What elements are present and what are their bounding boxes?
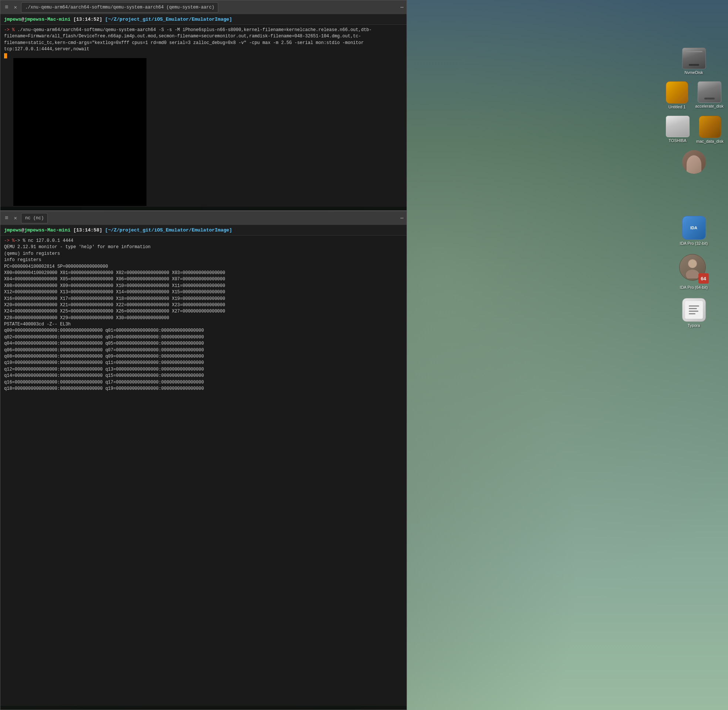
bottom-terminal-tab[interactable]: nc (nc)	[21, 213, 48, 223]
portrait-silhouette	[687, 155, 702, 174]
hamburger-menu-icon[interactable]: ≡	[3, 3, 10, 12]
qemu-x16-x19-line: X16=0000000000000000 X17=000000000000000…	[4, 296, 403, 302]
tab-close-button[interactable]: ✕	[12, 3, 19, 11]
bottom-prompt-arrow: ->	[4, 238, 12, 244]
bottom-terminal-time: [13:14:58]	[73, 227, 102, 233]
qemu-pstate-line: PSTATE=400003cd -Z-- EL3h	[4, 321, 403, 328]
bottom-prompt-percent: %	[12, 238, 15, 244]
qemu-q16-q17-line: q16=0000000000000000:0000000000000000 q1…	[4, 379, 403, 386]
ida32-label: IDA Pro (32-bit)	[680, 241, 708, 245]
desktop-icons-panel-bottom: IDA IDA Pro (32-bit) 64 IDA Pro (64-bit)	[660, 211, 728, 710]
qemu-x04-x07-line: X04=0000000000000000 X05=000000000000000…	[4, 276, 403, 283]
terminal-username: jmpews	[4, 17, 22, 22]
svg-rect-5	[689, 311, 699, 312]
untitled-disk-icon	[666, 81, 688, 104]
qemu-q08-q09-line: q08=0000000000000000:0000000000000000 q0…	[4, 354, 403, 360]
qemu-q04-q05-line: q04=0000000000000000:0000000000000000 q0…	[4, 340, 403, 347]
qemu-prompt-cmd: (qemu) info registers	[4, 251, 403, 257]
portrait-row	[660, 147, 728, 177]
qemu-q10-q11-line: q10=0000000000000000:0000000000000000 q1…	[4, 360, 403, 366]
top-terminal-tab[interactable]: ./xnu-qemu-arm64/aarch64-softmmu/qemu-sy…	[21, 2, 218, 13]
untitled-accel-row: Untitled 1 accelerate_disk	[660, 78, 728, 112]
bottom-terminal-tab-bar: ≡ ✕ nc (nc) ⋯	[0, 211, 407, 225]
desktop-icons-panel-top: NvmeDisk Untitled 1 accelerate_disk TOSH…	[660, 0, 728, 211]
qemu-q12-q13-line: q12=0000000000000000:0000000000000000 q1…	[4, 367, 403, 373]
bottom-tab-overflow-icon[interactable]: ⋯	[401, 215, 404, 221]
accel-disk-icon-item[interactable]: accelerate_disk	[694, 80, 725, 111]
qemu-x00-x03-line: X00=0000004100020000 X01=000000000000000…	[4, 270, 403, 276]
toshiba-disk-label: TOSHIBA	[668, 138, 686, 143]
qemu-display-screen	[13, 58, 147, 206]
ida64-label: IDA Pro (64-bit)	[680, 285, 708, 289]
qemu-q02-q03-line: q02=0000000000000000:0000000000000000 q0…	[4, 334, 403, 340]
nvme-disk-row: NvmeDisk	[660, 44, 728, 78]
prompt-percent: %	[12, 27, 15, 32]
bottom-terminal-username: jmpews	[4, 227, 22, 233]
nvme-disk-icon	[682, 48, 706, 69]
svg-rect-4	[689, 308, 697, 309]
top-terminal-tab-bar: ≡ ✕ ./xnu-qemu-arm64/aarch64-softmmu/qem…	[0, 0, 407, 15]
top-terminal-window: ≡ ✕ ./xnu-qemu-arm64/aarch64-softmmu/qem…	[0, 0, 407, 211]
nvme-disk-icon-item[interactable]: NvmeDisk	[678, 46, 709, 76]
bottom-terminal-hostname: jmpewss-Mac-mini	[24, 227, 70, 233]
bottom-hamburger-icon[interactable]: ≡	[3, 213, 10, 223]
bottom-terminal-header: jmpews@jmpewss-Mac-mini [13:14:58] [~/Z/…	[0, 225, 407, 236]
untitled-disk-label: Untitled 1	[668, 105, 685, 109]
bottom-tab-close-button[interactable]: ✕	[12, 214, 19, 222]
terminal-path: [~/Z/project_git/iOS_Emulator/EmulatorIm…	[105, 17, 232, 22]
untitled-disk-icon-item[interactable]: Untitled 1	[662, 80, 692, 111]
typora-icon-inner	[685, 301, 703, 319]
ida32-icon-item[interactable]: IDA IDA Pro (32-bit)	[678, 214, 709, 247]
bottom-terminal-body[interactable]: -> %-> % nc 127.0.0.1 4444 QEMU 2.12.91 …	[0, 236, 407, 706]
qemu-welcome-line: QEMU 2.12.91 monitor - type 'help' for m…	[4, 244, 403, 250]
mac-data-disk-label: mac_data_disk	[696, 139, 724, 144]
ida64-icon-item[interactable]: 64 IDA Pro (64-bit)	[678, 252, 709, 291]
qemu-q14-q15-line: q14=0000000000000000:0000000000000000 q1…	[4, 373, 403, 379]
qemu-pc-sp-line: PC=0000004100002814 SP=0000000000000000	[4, 264, 403, 270]
bottom-terminal-at: @	[22, 227, 24, 233]
typora-icon	[682, 298, 706, 322]
tab-label: ./xnu-qemu-arm64/aarch64-softmmu/qemu-sy…	[25, 5, 214, 10]
prompt-arrow: ->	[4, 27, 12, 32]
svg-point-2	[688, 260, 697, 268]
ida64-icon: 64	[679, 254, 709, 284]
accel-disk-label: accelerate_disk	[696, 104, 724, 109]
typora-svg	[687, 303, 701, 317]
ida64-badge: 64	[699, 273, 709, 284]
qemu-q06-q07-line: q06=0000000000000000:0000000000000000 q0…	[4, 347, 403, 354]
svg-rect-6	[689, 313, 696, 314]
qemu-q00-q01-line: q00=0000000000000000:0000000000000000 q0…	[4, 328, 403, 334]
qemu-x12-x15-line: X12=0000000000000000 X13=000000000000000…	[4, 289, 403, 295]
typora-icon-item[interactable]: Typora	[678, 296, 709, 329]
toshiba-disk-icon	[666, 116, 690, 137]
typora-label: Typora	[688, 323, 700, 328]
command-text: ./xnu-qemu-arm64/aarch64-softmmu/qemu-sy…	[4, 27, 372, 52]
qemu-x20-x23-line: X20=0000000000000000 X21=000000000000000…	[4, 302, 403, 308]
qemu-echo-cmd: info registers	[4, 257, 403, 263]
terminal-hostname: jmpewss-Mac-mini	[24, 17, 70, 22]
terminal-at: @	[22, 17, 24, 22]
qemu-q18-q19-line: q18=0000000000000000:0000000000000000 q1…	[4, 386, 403, 392]
toshiba-disk-icon-item[interactable]: TOSHIBA	[662, 114, 693, 145]
ida32-icon: IDA	[682, 216, 706, 240]
bottom-terminal-path: [~/Z/project_git/iOS_Emulator/EmulatorIm…	[105, 227, 232, 233]
bottom-command-text: -> % nc 127.0.0.1 4444	[15, 238, 73, 244]
nvme-disk-label: NvmeDisk	[684, 70, 703, 75]
terminal-time: [13:14:52]	[73, 17, 102, 22]
bottom-terminal-window: ≡ ✕ nc (nc) ⋯ jmpews@jmpewss-Mac-mini [1…	[0, 211, 407, 710]
mac-data-disk-icon-item[interactable]: mac_data_disk	[695, 114, 725, 145]
bottom-command-line: -> %-> % nc 127.0.0.1 4444	[4, 238, 403, 244]
qemu-x28-x30-line: X28=0000000000000000 X29=000000000000000…	[4, 315, 403, 321]
portrait-icon-item	[678, 149, 709, 175]
terminal-cursor	[4, 53, 7, 59]
toshiba-macdata-row: TOSHIBA mac_data_disk	[660, 112, 728, 147]
portrait-icon	[682, 150, 706, 174]
accel-disk-icon	[698, 81, 721, 103]
bottom-tab-label: nc (nc)	[25, 216, 44, 221]
ida32-icon-text: IDA	[690, 226, 697, 230]
terminal-command-line: -> % ./xnu-qemu-arm64/aarch64-softmmu/qe…	[4, 27, 403, 53]
tab-overflow-icon[interactable]: ⋯	[401, 4, 404, 10]
mac-data-disk-icon	[699, 116, 721, 138]
qemu-x24-x27-line: X24=0000000000000000 X25=000000000000000…	[4, 308, 403, 315]
qemu-x08-x11-line: X08=0000000000000000 X09=000000000000000…	[4, 283, 403, 289]
